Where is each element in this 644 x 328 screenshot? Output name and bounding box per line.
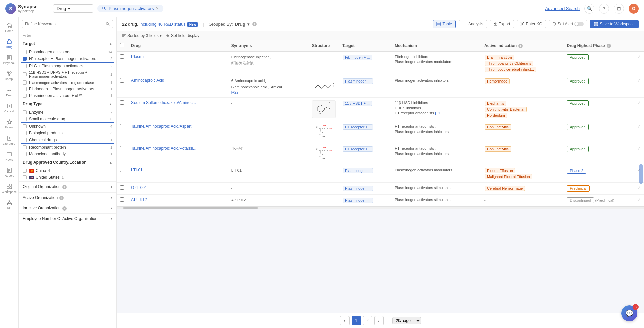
target-tag[interactable]: Plasminogen ...	[343, 186, 373, 191]
filter-drugtype-7[interactable]: Monoclonal antibody 1	[21, 151, 114, 157]
checkbox-drugtype-5[interactable]	[23, 138, 27, 142]
checkbox-drugtype-1[interactable]	[23, 110, 27, 114]
drug-name-link[interactable]: APT-912	[131, 197, 147, 202]
page-2-btn[interactable]: 2	[363, 316, 372, 325]
checkbox-target-7[interactable]	[23, 94, 27, 98]
drug-name-link[interactable]: Taurine/Aminocaproic Acid/Potassi...	[131, 146, 196, 151]
checkbox-target-4[interactable]	[23, 72, 27, 76]
nav-item-home[interactable]: Home	[2, 20, 17, 35]
indication-tag[interactable]: Pleural Effusion	[485, 168, 515, 173]
entity-type-dropdown[interactable]: Drug ▾	[53, 4, 93, 13]
filter-drugtype-1[interactable]: Enzyme 7	[21, 109, 114, 116]
advanced-search-link[interactable]: Advanced Search	[545, 6, 580, 11]
col-select-all[interactable]	[117, 40, 128, 51]
section-active-org-header[interactable]: Active Organization i ▾	[19, 192, 116, 203]
help-icon-btn[interactable]: ?	[599, 4, 609, 14]
indication-tag[interactable]: Malignant Pleural Effusion	[485, 174, 532, 179]
drug-name-link[interactable]: Plasmin	[131, 54, 146, 59]
section-employee-count-header[interactable]: Employee Number Of Active Organization ▾	[19, 213, 116, 224]
user-avatar[interactable]: O	[629, 4, 639, 14]
analysis-view-btn[interactable]: Analysis	[459, 20, 487, 28]
filter-drugtype-6[interactable]: Recombinant protein 1	[21, 144, 114, 151]
checkbox-drugtype-4[interactable]	[23, 131, 27, 135]
filter-target-7[interactable]: Plasminogen activators + uPA 1	[21, 92, 114, 99]
checkbox-drugtype-2[interactable]	[23, 117, 27, 121]
indication-tag[interactable]: Conjunctivitis	[485, 124, 511, 130]
indication-tag[interactable]: Thromboangiitis Obliterans	[485, 61, 533, 66]
drug-name-link[interactable]: O2L-001	[131, 185, 147, 190]
filter-drugtype-3[interactable]: Unknown 4	[21, 123, 114, 130]
expand-icon[interactable]: ⤢	[637, 78, 641, 83]
expand-icon[interactable]: ⤢	[637, 100, 641, 105]
section-target-header[interactable]: Target ▲	[19, 39, 116, 48]
nav-item-playbook[interactable]: Playbook	[2, 52, 17, 67]
drug-name-link[interactable]: Aminocaproic Acid	[131, 78, 164, 83]
filter-drugtype-5[interactable]: Chemical drugs 1	[21, 136, 114, 144]
checkbox-drugtype-7[interactable]	[23, 152, 27, 156]
nav-item-clinical[interactable]: Clinical	[2, 101, 17, 115]
filter-target-3[interactable]: PLG + Plasminogen activators 2	[21, 63, 114, 69]
keyword-search-input[interactable]	[25, 22, 104, 26]
filter-target-1[interactable]: Plasminogen activators 14	[21, 49, 114, 55]
target-tag[interactable]: Plasminogen ...	[343, 198, 373, 203]
target-tag[interactable]: H1 receptor +...	[343, 146, 373, 152]
filter-target-2[interactable]: H1 receptor + Plasminogen activators 2	[21, 55, 114, 63]
checkbox-country-us[interactable]	[23, 175, 27, 179]
search-icon-btn[interactable]: 🔍	[584, 4, 594, 14]
nav-item-news[interactable]: News	[2, 149, 17, 164]
tab-close-icon[interactable]: ✕	[156, 6, 159, 11]
filter-country-china[interactable]: ★ China 4	[21, 167, 114, 174]
prev-page-btn[interactable]: ‹	[340, 316, 350, 325]
indication-tag[interactable]: Conjunctivitis	[485, 146, 511, 152]
indication-tag[interactable]: Thrombotic cerebral infarct...	[485, 67, 536, 72]
row-checkbox[interactable]	[120, 100, 124, 105]
save-workspace-btn[interactable]: Save to Workspace	[590, 20, 639, 28]
section-inactive-org-header[interactable]: Inactive Organization i ▾	[19, 203, 116, 213]
target-tag[interactable]: Fibrinogen + ...	[343, 55, 372, 60]
row-checkbox[interactable]	[120, 197, 124, 202]
drug-name-link[interactable]: Taurine/Aminocaproic Acid/Asparti...	[131, 124, 196, 129]
nav-item-drug[interactable]: Drug	[2, 36, 17, 51]
set-alert-btn[interactable]: Set Alert	[549, 20, 587, 28]
expand-icon[interactable]: ⤢	[637, 54, 641, 59]
export-btn[interactable]: Export	[490, 20, 514, 28]
indication-tag[interactable]: Conjunctivitis Bacterial	[485, 107, 527, 112]
filter-target-4[interactable]: 11β-HSD1 + DHPS + H1 receptor +Plasminog…	[21, 69, 114, 79]
checkbox-country-china[interactable]	[23, 169, 27, 173]
section-original-org-header[interactable]: Original Organization i ▾	[19, 181, 116, 192]
nav-item-workspace[interactable]: Workspace	[2, 181, 17, 196]
target-tag[interactable]: Plasminogen ...	[343, 78, 373, 84]
indication-tag[interactable]: Brain Infarction	[485, 55, 514, 60]
keyword-search-box[interactable]	[22, 20, 113, 28]
checkbox-target-2[interactable]	[23, 57, 27, 61]
select-all-checkbox[interactable]	[120, 43, 124, 47]
section-country-header[interactable]: Drug Approved Country/Location ▲	[19, 158, 116, 167]
nav-item-literature[interactable]: Literature	[2, 133, 17, 148]
filter-country-us[interactable]: 🇺🇸 United States 1	[21, 174, 114, 181]
expand-icon[interactable]: ⤢	[637, 146, 641, 151]
checkbox-drugtype-3[interactable]	[23, 124, 27, 128]
drug-name-link[interactable]: LTI-01	[131, 168, 143, 172]
expand-icon[interactable]: ⤢	[637, 185, 641, 190]
rd-status-link[interactable]: including 46 R&D status	[139, 22, 186, 27]
expand-icon[interactable]: ⤢	[637, 124, 641, 129]
nav-item-deal[interactable]: Deal	[2, 85, 17, 99]
nav-item-report[interactable]: Report	[2, 165, 17, 180]
nav-item-comp[interactable]: Comp.	[2, 68, 17, 83]
row-checkbox[interactable]	[120, 78, 124, 83]
alert-toggle[interactable]	[574, 22, 584, 26]
row-checkbox[interactable]	[120, 168, 124, 172]
nav-item-kg[interactable]: KG	[2, 197, 17, 212]
filter-target-5[interactable]: Plasminogen activators + o-glucosidase 1	[21, 79, 114, 86]
indication-tag[interactable]: Blepharitis	[485, 101, 506, 106]
synonyms-more-link[interactable]: [+22]	[231, 90, 240, 94]
per-page-select[interactable]: 20/page 50/page 100/page	[392, 317, 421, 324]
filter-target-6[interactable]: Fibrinogen + Plasminogen activators 1	[21, 86, 114, 92]
filter-drugtype-4[interactable]: Biological products 3	[21, 130, 114, 136]
target-tag[interactable]: H1 receptor +...	[343, 124, 373, 130]
checkbox-drugtype-6[interactable]	[23, 145, 27, 149]
enter-kg-btn[interactable]: Enter KG	[517, 20, 546, 28]
chat-bubble-btn[interactable]: 💬 3	[621, 305, 637, 321]
grid-icon-btn[interactable]: ⊞	[614, 4, 624, 14]
checkbox-target-6[interactable]	[23, 87, 27, 91]
